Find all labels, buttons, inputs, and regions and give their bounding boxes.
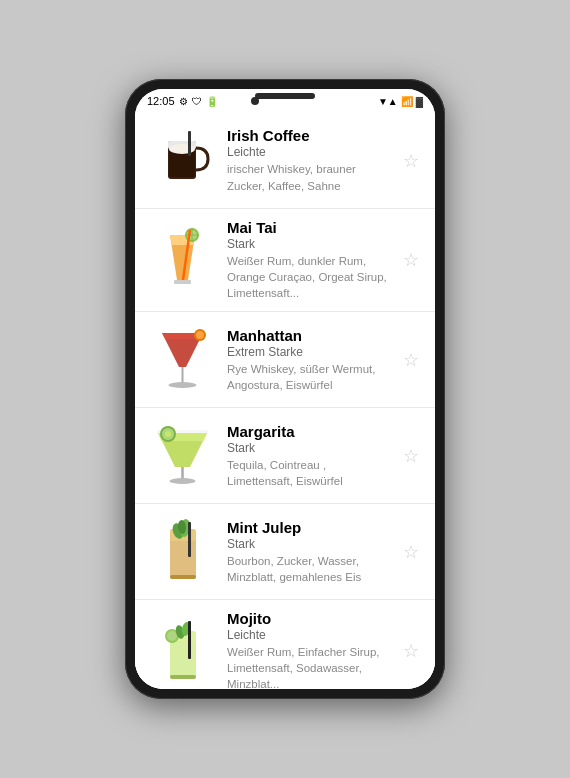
- drink-ingredients: irischer Whiskey, brauner Zucker, Kaffee…: [227, 161, 393, 193]
- drink-image-margarita: [147, 418, 217, 493]
- list-item[interactable]: Margarita Stark Tequila, Cointreau , Lim…: [135, 408, 435, 504]
- list-item[interactable]: Mai Tai Stark Weißer Rum, dunkler Rum, O…: [135, 209, 435, 312]
- drink-ingredients: Weißer Rum, dunkler Rum, Orange Curaçao,…: [227, 253, 393, 301]
- drink-name: Mint Julep: [227, 519, 393, 536]
- drink-image-irish-coffee: [147, 123, 217, 198]
- drink-name: Mojito: [227, 610, 393, 627]
- battery-icon: 🔋: [206, 96, 218, 107]
- drink-info-mai-tai: Mai Tai Stark Weißer Rum, dunkler Rum, O…: [227, 219, 393, 301]
- drink-name: Manhattan: [227, 327, 393, 344]
- list-item[interactable]: Mint Julep Stark Bourbon, Zucker, Wasser…: [135, 504, 435, 600]
- star-button[interactable]: ☆: [399, 348, 423, 372]
- drink-info-margarita: Margarita Stark Tequila, Cointreau , Lim…: [227, 423, 393, 489]
- gear-icon: ⚙: [179, 96, 188, 107]
- wifi-icon: ▼▲: [378, 96, 398, 107]
- svg-rect-40: [188, 621, 191, 659]
- drink-name: Mai Tai: [227, 219, 393, 236]
- time-display: 12:05: [147, 95, 175, 107]
- phone-device: 12:05 ⚙ 🛡 🔋 ▼▲ 📶 ▓: [125, 79, 445, 699]
- svg-point-23: [169, 478, 195, 484]
- drink-info-mojito: Mojito Leichte Weißer Rum, Einfacher Sir…: [227, 610, 393, 689]
- svg-rect-4: [188, 131, 191, 156]
- drink-info-manhattan: Manhattan Extrem Starke Rye Whiskey, süß…: [227, 327, 393, 393]
- battery-level-icon: ▓: [416, 96, 423, 107]
- star-button[interactable]: ☆: [399, 444, 423, 468]
- drink-strength: Leichte: [227, 628, 393, 642]
- list-item[interactable]: Manhattan Extrem Starke Rye Whiskey, süß…: [135, 312, 435, 408]
- drink-ingredients: Weißer Rum, Einfacher Sirup, Limettensaf…: [227, 644, 393, 689]
- drink-list-container: Irish Coffee Leichte irischer Whiskey, b…: [135, 113, 435, 689]
- phone-screen: 12:05 ⚙ 🛡 🔋 ▼▲ 📶 ▓: [135, 89, 435, 689]
- svg-rect-41: [170, 675, 196, 679]
- list-item[interactable]: Mojito Leichte Weißer Rum, Einfacher Sir…: [135, 600, 435, 689]
- drink-image-mai-tai: [147, 223, 217, 298]
- signal-icon: 📶: [401, 96, 413, 107]
- drink-ingredients: Bourbon, Zucker, Wasser, Minzblatt, gema…: [227, 553, 393, 585]
- drink-strength: Leichte: [227, 145, 393, 159]
- svg-rect-32: [188, 522, 191, 557]
- status-left: 12:05 ⚙ 🛡 🔋: [147, 95, 218, 107]
- svg-point-16: [168, 382, 196, 388]
- speaker: [255, 93, 315, 99]
- svg-point-37: [167, 631, 177, 641]
- drink-ingredients: Tequila, Cointreau , Limettensaft, Eiswü…: [227, 457, 393, 489]
- drink-strength: Stark: [227, 237, 393, 251]
- drink-image-mojito: [147, 614, 217, 689]
- shield-icon: 🛡: [192, 96, 202, 107]
- drink-strength: Stark: [227, 441, 393, 455]
- drink-image-manhattan: [147, 322, 217, 397]
- drink-ingredients: Rye Whiskey, süßer Wermut, Angostura, Ei…: [227, 361, 393, 393]
- star-button[interactable]: ☆: [399, 540, 423, 564]
- svg-rect-33: [170, 575, 196, 579]
- star-button[interactable]: ☆: [399, 639, 423, 663]
- drink-strength: Extrem Starke: [227, 345, 393, 359]
- status-right: ▼▲ 📶 ▓: [378, 96, 423, 107]
- list-item[interactable]: Irish Coffee Leichte irischer Whiskey, b…: [135, 113, 435, 209]
- svg-point-3: [169, 144, 195, 154]
- svg-point-26: [165, 431, 171, 437]
- star-button[interactable]: ☆: [399, 248, 423, 272]
- drink-strength: Stark: [227, 537, 393, 551]
- drink-name: Irish Coffee: [227, 127, 393, 144]
- drink-info-mint-julep: Mint Julep Stark Bourbon, Zucker, Wasser…: [227, 519, 393, 585]
- drink-info-irish-coffee: Irish Coffee Leichte irischer Whiskey, b…: [227, 127, 393, 193]
- svg-point-18: [196, 331, 204, 339]
- drink-image-mint-julep: [147, 514, 217, 589]
- star-button[interactable]: ☆: [399, 149, 423, 173]
- drink-list: Irish Coffee Leichte irischer Whiskey, b…: [135, 113, 435, 689]
- svg-rect-12: [174, 280, 191, 284]
- drink-name: Margarita: [227, 423, 393, 440]
